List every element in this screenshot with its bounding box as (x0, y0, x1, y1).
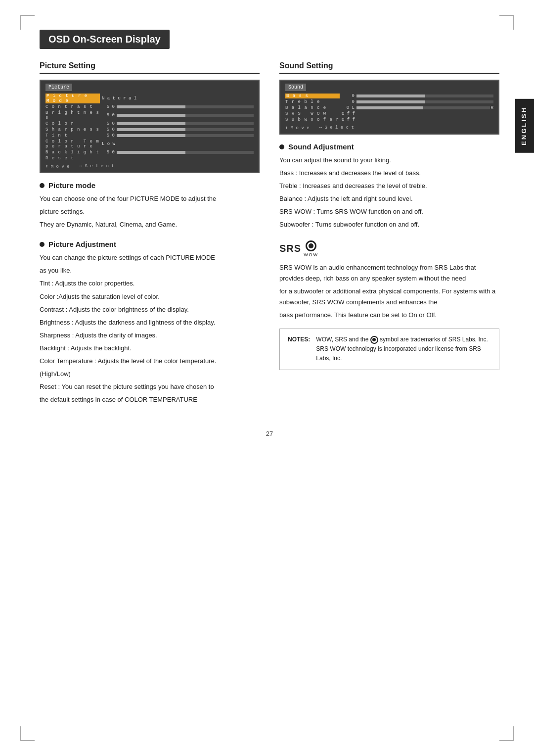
osd-label-reset: R e s e t (45, 156, 100, 161)
sound-osd-nav-select: ↔ S e l e c t (319, 125, 354, 131)
osd-bar-tint (117, 134, 254, 137)
corner-mark-bl (20, 726, 35, 741)
picture-adj-para10: Reset : You can reset the picture settin… (40, 381, 260, 392)
picture-adjustment-title: Picture Adjustment (40, 240, 260, 248)
osd-row-reset: R e s e t (45, 155, 254, 161)
picture-adj-para7: Backlight : Adjusts the backlight. (40, 343, 260, 354)
picture-adj-para2: Tint : Adjusts the color properties. (40, 278, 260, 289)
osd-bar-fill-sharpness (117, 128, 185, 131)
osd-label-srs-wow: S R S W O W (285, 111, 340, 116)
osd-val-color-temp: L o w (102, 142, 115, 146)
picture-adj-para3: Color :Adjusts the saturation level of c… (40, 291, 260, 302)
osd-val-treble: 0 (340, 99, 355, 104)
page-number: 27 (40, 430, 499, 437)
osd-nav-move: ⬆ M o v e (45, 164, 70, 169)
picture-adj-para8: Color Temperature : Adjusts the level of… (40, 356, 260, 367)
picture-adj-para5: Brightness : Adjusts the darkness and li… (40, 317, 260, 328)
notes-label: NOTES: (288, 335, 310, 364)
two-column-layout: Picture Setting Picture P i c t u r e M … (40, 61, 499, 415)
srs-text: SRS (279, 243, 301, 254)
osd-bar-treble (356, 100, 493, 103)
picture-mode-para1: You can choose one of the four PICTURE M… (40, 193, 260, 204)
sound-adjustment-section: Sound Adjustment You can adjust the soun… (279, 142, 499, 231)
picture-setting-header: Picture Setting (40, 61, 260, 74)
osd-label-bass: B a s s (285, 94, 340, 98)
osd-label-backlight: B a c k l i g h t (45, 150, 100, 155)
osd-label-contrast: C o n t r a s t (45, 104, 100, 109)
osd-label-brightness: B r i g h t n e s s (45, 110, 100, 120)
osd-bar-sharpness (117, 128, 254, 131)
osd-title: OSD On-Screen Display (40, 30, 170, 49)
picture-adj-para6: Sharpness : Adjusts the clarity of image… (40, 330, 260, 341)
osd-bar-color (117, 122, 254, 125)
picture-adj-para1b: as you like. (40, 265, 260, 276)
osd-val-sharpness: 5 0 (100, 127, 115, 132)
osd-val-tint: 5 0 (100, 133, 115, 138)
english-label: ENGLISH (520, 106, 528, 145)
sound-adj-para2: Bass : Increases and decreases the level… (279, 168, 499, 179)
osd-row-treble: T r e b l e 0 (285, 99, 493, 105)
english-sidebar: ENGLISH (515, 99, 534, 153)
sound-osd-title: Sound (285, 84, 306, 91)
sound-adj-para5: SRS WOW : Turns SRS WOW function on and … (279, 206, 499, 217)
osd-val-color: 5 0 (100, 121, 115, 126)
bullet-dot-sound-adj (279, 144, 284, 149)
osd-val-brightness: 5 0 (100, 113, 115, 118)
srs-inner-notes (372, 338, 376, 341)
bullet-dot-picture-mode (40, 183, 44, 188)
picture-mode-para2: They are Dynamic, Natural, Cinema, and G… (40, 219, 260, 230)
picture-adjustment-section: Picture Adjustment You can change the pi… (40, 240, 260, 405)
osd-bar-brightness (117, 114, 254, 117)
osd-nav-select: ↔ S e l e c t (80, 164, 114, 169)
bullet-dot-picture-adj (40, 242, 44, 247)
osd-label-picture-mode: P i c t u r e M o d e (45, 94, 100, 103)
osd-bar-fill-balance (356, 106, 423, 109)
osd-label-color-temp: C o l o r T e m p e r a t u r e (45, 139, 100, 149)
osd-row-picture-mode: P i c t u r e M o d e N a t u r a l (45, 93, 254, 104)
picture-osd-title: Picture (45, 84, 72, 91)
sound-adjustment-title-text: Sound Adjustment (288, 142, 354, 151)
balance-r-label: R (491, 105, 493, 110)
picture-adj-para1: You can change the picture settings of e… (40, 252, 260, 263)
sound-osd-nav: ⬆ M o v e ↔ S e l e c t (285, 125, 493, 131)
picture-adj-para4: Contrast : Adjusts the color brightness … (40, 304, 260, 315)
sound-adjustment-title: Sound Adjustment (279, 142, 499, 151)
picture-mode-section: Picture mode You can choose one of the f… (40, 181, 260, 230)
picture-adj-para10b: the default settings in case of COLOR TE… (40, 394, 260, 405)
osd-bar-balance (356, 106, 490, 109)
osd-row-color-temp: C o l o r T e m p e r a t u r e L o w (45, 139, 254, 149)
sound-adj-para3: Treble : Increases and decreases the lev… (279, 181, 499, 191)
osd-label-subwoofer: S u b W o o f e r (285, 117, 340, 122)
left-column: Picture Setting Picture P i c t u r e M … (40, 61, 260, 415)
osd-row-color: C o l o r 5 0 (45, 121, 254, 127)
sound-adj-para6: Subwoofer : Turns subwoofer function on … (279, 219, 499, 230)
osd-val-balance: 0 L (340, 105, 355, 110)
picture-osd-screen: Picture P i c t u r e M o d e N a t u r … (40, 80, 260, 173)
sound-osd-screen: Sound B a s s 0 T r e b l e 0 (279, 80, 499, 135)
right-column: Sound Setting Sound B a s s 0 T r e b l … (279, 61, 499, 415)
osd-bar-fill-bass (356, 94, 425, 97)
osd-bar-fill-contrast (117, 105, 185, 108)
osd-bar-bass (356, 94, 493, 97)
srs-desc-para1: SRS WOW is an audio enhancement technolo… (279, 262, 499, 284)
page-container: ENGLISH OSD On-Screen Display Picture Se… (0, 0, 534, 756)
notes-text: WOW, SRS and the symbol are trademarks o… (316, 335, 491, 364)
osd-bar-fill-backlight (117, 151, 185, 154)
osd-bar-fill-color (117, 122, 185, 125)
osd-val-subwoofer: O f f (342, 117, 355, 122)
osd-row-tint: T i n t 5 0 (45, 133, 254, 139)
osd-row-sharpness: S h a r p n e s s 5 0 (45, 127, 254, 133)
osd-label-treble: T r e b l e (285, 99, 340, 104)
osd-bar-contrast (117, 105, 254, 108)
notes-box: NOTES: WOW, SRS and the symbol are trade… (279, 329, 499, 370)
srs-inner-circle (309, 243, 313, 248)
srs-logo: SRS WOW (279, 240, 499, 257)
picture-adj-para9: (High/Low) (40, 369, 260, 379)
osd-bar-backlight (117, 151, 254, 154)
osd-row-brightness: B r i g h t n e s s 5 0 (45, 110, 254, 121)
srs-symbol-wrap: WOW (302, 240, 318, 257)
osd-label-balance: B a l a n c e (285, 105, 340, 110)
osd-bar-fill-treble (356, 100, 425, 103)
picture-adjustment-title-text: Picture Adjustment (48, 240, 116, 248)
osd-label-color: C o l o r (45, 121, 100, 126)
